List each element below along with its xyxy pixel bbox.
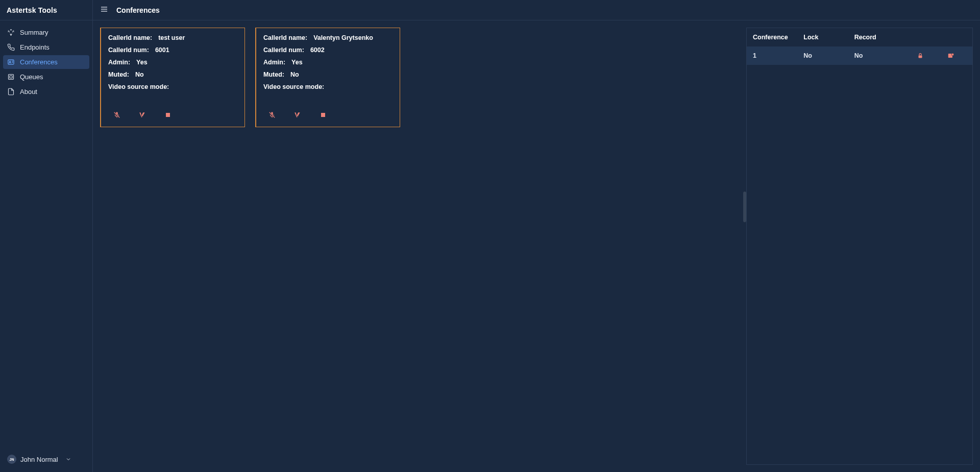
phone-icon xyxy=(7,43,15,51)
mic-off-icon xyxy=(268,111,276,119)
video-v-icon xyxy=(138,111,146,119)
mic-off-icon xyxy=(113,111,120,119)
sidebar-item-about[interactable]: About xyxy=(3,85,89,99)
svg-rect-8 xyxy=(166,113,170,117)
record-icon xyxy=(947,52,954,59)
field-label: Admin: xyxy=(108,59,130,66)
table-row[interactable]: 1 No No xyxy=(747,46,972,65)
card-actions xyxy=(263,105,393,121)
file-icon xyxy=(7,88,15,96)
field-admin: Admin: Yes xyxy=(108,59,237,66)
chevron-down-icon xyxy=(65,456,71,462)
table-header: Conference Lock Record xyxy=(747,28,972,46)
field-value: 6002 xyxy=(310,46,325,54)
field-value: Yes xyxy=(291,59,303,66)
field-value: Yes xyxy=(136,59,148,66)
col-record: Record xyxy=(854,34,905,41)
field-value: No xyxy=(135,71,144,78)
field-label: CallerId name: xyxy=(108,34,152,41)
id-card-icon xyxy=(7,58,15,66)
field-label: Muted: xyxy=(263,71,284,78)
field-callerid-name: CallerId name: Valentyn Grytsenko xyxy=(263,34,393,41)
sidebar-item-label: Conferences xyxy=(20,58,58,66)
field-label: Video source mode: xyxy=(263,83,324,90)
svg-rect-11 xyxy=(919,56,922,58)
layers-icon xyxy=(7,73,15,81)
card-actions xyxy=(108,105,237,121)
field-value: 6001 xyxy=(155,46,169,54)
user-name: John Normal xyxy=(20,456,58,463)
col-lock: Lock xyxy=(803,34,854,41)
svg-point-1 xyxy=(9,61,11,63)
page-title: Conferences xyxy=(116,6,160,14)
record-button[interactable] xyxy=(936,52,966,59)
field-admin: Admin: Yes xyxy=(263,59,393,66)
sidebar-item-summary[interactable]: Summary xyxy=(3,26,89,39)
lock-icon xyxy=(917,52,923,59)
svg-rect-2 xyxy=(9,75,14,80)
mute-button[interactable] xyxy=(266,109,278,121)
field-label: Muted: xyxy=(108,71,129,78)
cell-record: No xyxy=(854,52,905,59)
sidebar: Astertsk Tools Summary Endpoints Confere… xyxy=(0,0,93,472)
video-button[interactable] xyxy=(292,109,303,121)
topbar: Conferences xyxy=(93,0,980,20)
field-label: CallerId num: xyxy=(263,46,304,54)
sidebar-header: Astertsk Tools xyxy=(0,0,92,20)
menu-toggle-button[interactable] xyxy=(100,5,108,15)
right-panel: Conference Lock Record 1 No No xyxy=(746,20,980,472)
user-menu[interactable]: JN John Normal xyxy=(0,450,92,472)
svg-rect-3 xyxy=(10,76,12,78)
svg-rect-0 xyxy=(8,60,14,64)
field-muted: Muted: No xyxy=(263,71,393,78)
field-video-mode: Video source mode: xyxy=(108,83,237,90)
main: Conferences CallerId name: test user Cal… xyxy=(93,0,980,472)
sidebar-item-queues[interactable]: Queues xyxy=(3,70,89,84)
participant-card: CallerId name: Valentyn Grytsenko Caller… xyxy=(255,28,400,127)
conference-table: Conference Lock Record 1 No No xyxy=(746,28,973,465)
avatar: JN xyxy=(7,455,16,464)
field-value: test user xyxy=(158,34,185,41)
col-conference: Conference xyxy=(753,34,803,41)
hamburger-icon xyxy=(100,5,108,13)
video-button[interactable] xyxy=(137,109,148,121)
field-label: Video source mode: xyxy=(108,83,169,90)
field-callerid-name: CallerId name: test user xyxy=(108,34,237,41)
lock-button[interactable] xyxy=(905,52,936,59)
sidebar-item-label: Endpoints xyxy=(20,43,50,51)
field-value: Valentyn Grytsenko xyxy=(313,34,373,41)
field-callerid-num: CallerId num: 6001 xyxy=(108,46,237,54)
field-callerid-num: CallerId num: 6002 xyxy=(263,46,393,54)
field-muted: Muted: No xyxy=(108,71,237,78)
field-value: No xyxy=(290,71,299,78)
field-label: CallerId num: xyxy=(108,46,149,54)
kick-button[interactable] xyxy=(162,109,174,121)
col-action-record xyxy=(936,34,966,41)
kick-button[interactable] xyxy=(317,109,329,121)
participant-card: CallerId name: test user CallerId num: 6… xyxy=(100,28,245,127)
sidebar-item-conferences[interactable]: Conferences xyxy=(3,55,89,69)
sidebar-item-endpoints[interactable]: Endpoints xyxy=(3,40,89,54)
stop-icon xyxy=(320,112,326,118)
sidebar-item-label: Queues xyxy=(20,73,43,81)
stop-icon xyxy=(165,112,171,118)
nav-items: Summary Endpoints Conferences Queues Abo… xyxy=(0,20,92,450)
field-label: CallerId name: xyxy=(263,34,307,41)
cell-conference: 1 xyxy=(753,52,803,59)
video-v-icon xyxy=(293,111,302,119)
app-title: Astertsk Tools xyxy=(7,6,57,14)
cell-lock: No xyxy=(803,52,854,59)
content: CallerId name: test user CallerId num: 6… xyxy=(93,20,980,472)
scrollbar[interactable] xyxy=(743,192,746,222)
star-person-icon xyxy=(7,29,15,36)
mute-button[interactable] xyxy=(111,109,122,121)
participants-area: CallerId name: test user CallerId num: 6… xyxy=(93,20,746,472)
sidebar-item-label: About xyxy=(20,88,37,96)
col-action-lock xyxy=(905,34,936,41)
sidebar-item-label: Summary xyxy=(20,29,48,36)
svg-point-13 xyxy=(951,53,954,56)
field-video-mode: Video source mode: xyxy=(263,83,393,90)
field-label: Admin: xyxy=(263,59,285,66)
svg-rect-10 xyxy=(321,113,325,117)
